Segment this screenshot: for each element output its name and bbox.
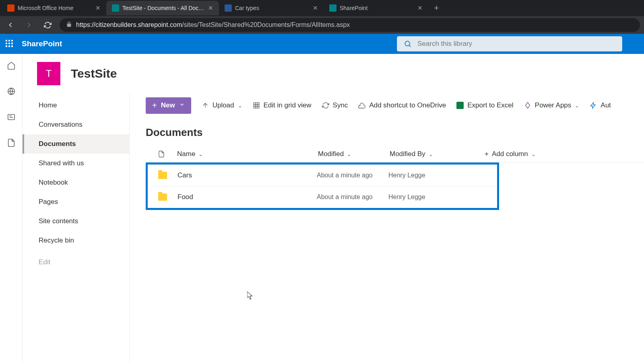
- news-icon[interactable]: [7, 113, 16, 123]
- left-nav: Home Conversations Documents Shared with…: [23, 93, 130, 362]
- filetype-column[interactable]: [146, 150, 177, 158]
- edit-grid-label: Edit in grid view: [264, 101, 312, 109]
- lock-icon: [66, 21, 72, 29]
- item-name[interactable]: Food: [178, 193, 317, 201]
- home-icon[interactable]: [7, 61, 16, 72]
- close-icon[interactable]: ✕: [417, 4, 423, 12]
- tab-strip: Microsoft Office Home ✕ TestSite - Docum…: [0, 0, 644, 16]
- svg-rect-2: [8, 115, 14, 120]
- tab-title: TestSite - Documents - All Docum: [122, 5, 205, 11]
- content-area: T TestSite Home Conversations Documents …: [23, 54, 644, 362]
- close-icon[interactable]: ✕: [313, 4, 318, 12]
- url-input[interactable]: https://citizenbuilders.sharepoint.com/s…: [60, 18, 640, 32]
- svg-point-0: [405, 41, 410, 46]
- chevron-down-icon: [179, 101, 185, 109]
- nav-edit[interactable]: Edit: [23, 253, 129, 272]
- browser-tab[interactable]: Car types ✕: [219, 1, 324, 15]
- main-panel: + New Upload ⌄ Edit in grid view: [130, 93, 644, 362]
- item-modified-by: Henry Legge: [388, 172, 425, 179]
- automate-button[interactable]: Aut: [590, 101, 611, 109]
- add-column-button[interactable]: +Add column⌄: [485, 150, 536, 158]
- upload-label: Upload: [213, 101, 234, 109]
- command-bar: + New Upload ⌄ Edit in grid view: [146, 93, 644, 117]
- app-body: T TestSite Home Conversations Documents …: [0, 54, 644, 362]
- search-input[interactable]: [417, 40, 615, 48]
- automate-label: Aut: [601, 101, 611, 109]
- document-table: Name⌄ Modified⌄ Modified By⌄ +Add column…: [146, 146, 644, 210]
- tab-title: Car types: [235, 5, 310, 11]
- browser-tab[interactable]: Microsoft Office Home ✕: [2, 1, 106, 15]
- export-label: Export to Excel: [467, 101, 513, 109]
- nav-documents[interactable]: Documents: [23, 134, 129, 154]
- svg-rect-3: [254, 103, 259, 108]
- tab-title: SharePoint: [340, 5, 414, 11]
- nav-shared-with-us[interactable]: Shared with us: [23, 154, 129, 173]
- chevron-down-icon: ⌄: [531, 151, 536, 157]
- upload-button[interactable]: Upload ⌄: [202, 101, 242, 109]
- chevron-down-icon: ⌄: [238, 103, 242, 109]
- globe-icon[interactable]: [7, 87, 16, 97]
- plus-icon: +: [152, 101, 157, 110]
- item-modified: About a minute ago: [317, 172, 388, 179]
- plus-icon: +: [485, 150, 489, 158]
- chevron-down-icon: ⌄: [575, 103, 579, 109]
- table-row[interactable]: Food About a minute ago Henry Legge: [148, 186, 497, 208]
- column-headers: Name⌄ Modified⌄ Modified By⌄ +Add column…: [146, 146, 644, 162]
- item-modified: About a minute ago: [317, 193, 388, 201]
- nav-recycle-bin[interactable]: Recycle bin: [23, 231, 129, 250]
- close-icon[interactable]: ✕: [95, 4, 101, 12]
- close-icon[interactable]: ✕: [208, 4, 213, 12]
- excel-icon: [456, 102, 464, 109]
- sharepoint-favicon: [329, 4, 336, 12]
- new-tab-button[interactable]: +: [428, 3, 445, 13]
- item-name[interactable]: Cars: [178, 171, 317, 179]
- edit-grid-button[interactable]: Edit in grid view: [253, 101, 312, 109]
- url-text: https://citizenbuilders.sharepoint.com/s…: [76, 21, 350, 29]
- nav-conversations[interactable]: Conversations: [23, 115, 129, 134]
- power-apps-button[interactable]: Power Apps ⌄: [524, 101, 580, 109]
- table-row[interactable]: Cars About a minute ago Henry Legge: [148, 165, 497, 186]
- power-apps-label: Power Apps: [535, 101, 572, 109]
- folder-icon: [158, 172, 167, 179]
- library-title: Documents: [146, 126, 644, 139]
- sync-label: Sync: [333, 101, 348, 109]
- chevron-down-icon: ⌄: [198, 151, 203, 157]
- modified-column[interactable]: Modified⌄: [318, 150, 390, 158]
- add-shortcut-button[interactable]: Add shortcut to OneDrive: [358, 101, 446, 109]
- nav-notebook[interactable]: Notebook: [23, 173, 129, 192]
- office-favicon: [7, 4, 14, 12]
- new-button[interactable]: + New: [146, 97, 191, 114]
- tab-title: Microsoft Office Home: [18, 5, 92, 11]
- back-button[interactable]: [4, 19, 17, 31]
- suite-brand[interactable]: SharePoint: [22, 39, 62, 48]
- modified-by-column[interactable]: Modified By⌄: [390, 150, 460, 158]
- app-launcher-icon[interactable]: [6, 40, 14, 48]
- sync-button[interactable]: Sync: [322, 101, 348, 109]
- nav-site-contents[interactable]: Site contents: [23, 212, 129, 231]
- forward-button[interactable]: [23, 19, 35, 31]
- browser-tab[interactable]: TestSite - Documents - All Docum ✕: [106, 1, 219, 15]
- nav-pages[interactable]: Pages: [23, 192, 129, 212]
- highlighted-rows: Cars About a minute ago Henry Legge Food…: [146, 162, 499, 210]
- browser-chrome: Microsoft Office Home ✕ TestSite - Docum…: [0, 0, 644, 34]
- site-title[interactable]: TestSite: [71, 67, 117, 80]
- site-logo[interactable]: T: [37, 62, 60, 85]
- new-label: New: [161, 101, 175, 109]
- address-bar: https://citizenbuilders.sharepoint.com/s…: [0, 16, 644, 34]
- export-excel-button[interactable]: Export to Excel: [456, 101, 513, 109]
- browser-tab[interactable]: SharePoint ✕: [324, 1, 428, 15]
- site-header: T TestSite: [23, 54, 644, 93]
- sharepoint-favicon: [112, 4, 119, 12]
- reload-button[interactable]: [41, 19, 54, 31]
- word-favicon: [225, 4, 232, 12]
- shortcut-label: Add shortcut to OneDrive: [369, 101, 446, 109]
- search-icon: [404, 40, 412, 48]
- name-column[interactable]: Name⌄: [177, 150, 318, 158]
- suite-bar: SharePoint: [0, 34, 644, 54]
- global-nav-rail: [0, 54, 23, 362]
- files-icon[interactable]: [7, 138, 16, 149]
- folder-icon: [158, 193, 167, 201]
- item-modified-by: Henry Legge: [388, 193, 425, 201]
- nav-home[interactable]: Home: [23, 96, 129, 115]
- search-box[interactable]: [397, 36, 622, 51]
